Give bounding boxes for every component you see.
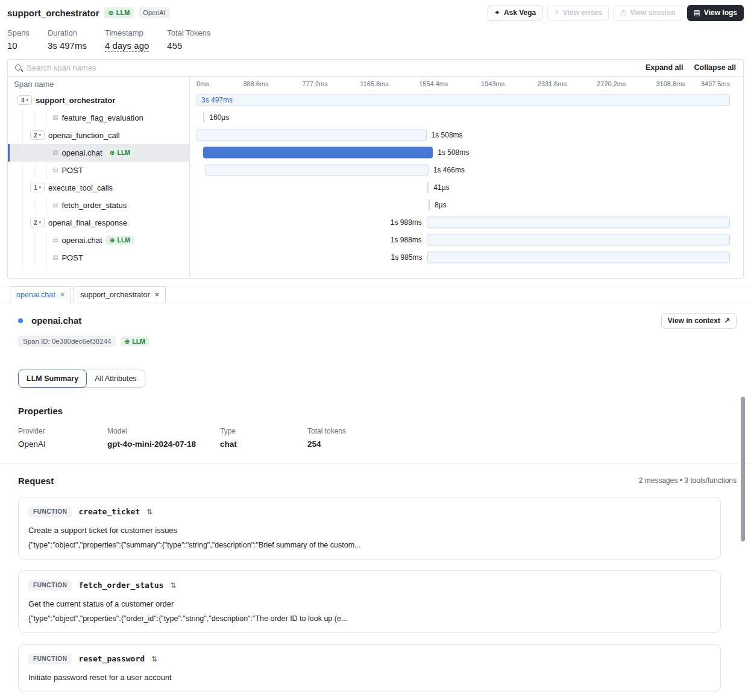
- span-row-post[interactable]: ▤POST1s 466ms: [8, 162, 743, 179]
- tab-close-icon[interactable]: ×: [60, 290, 65, 299]
- span-row-openai-function-call[interactable]: 2 ▾openai_function_call1s 508ms: [8, 127, 743, 144]
- span-name-cell: 2 ▾openai_final_response: [8, 214, 189, 232]
- span-row-openai-chat[interactable]: ▤openai.chat⊕LLM1s 988ms: [8, 232, 743, 249]
- duration-bar[interactable]: [427, 217, 730, 229]
- view-session-button[interactable]: ◷View session: [614, 5, 682, 21]
- column-divider: [189, 77, 190, 278]
- duration-bar[interactable]: [427, 252, 730, 263]
- duration-bar[interactable]: [196, 130, 427, 141]
- llm-badge-label: LLM: [116, 9, 130, 17]
- function-card-reset-password: FUNCTIONreset_password⇅Initiate password…: [18, 644, 721, 692]
- duration-bar[interactable]: [429, 200, 430, 211]
- span-timeline-cell: 1s 466ms: [196, 162, 730, 179]
- function-card-fetch-order-status: FUNCTIONfetch_order_status⇅Get the curre…: [18, 570, 721, 633]
- duration-label: 1s 508ms: [432, 131, 463, 139]
- duration-bar[interactable]: [203, 147, 433, 159]
- duration-label: 1s 988ms: [391, 218, 422, 227]
- span-detail-title: openai.chat: [31, 315, 661, 326]
- function-description: Initiate password reset for a user accou…: [28, 673, 711, 682]
- timeline-tick: 2331.6ms: [538, 80, 567, 87]
- timeline-tick: 3497.5ms: [701, 80, 730, 87]
- ask-vega-button[interactable]: ✦Ask Vega: [488, 5, 542, 21]
- span-row-support-orchestrator[interactable]: 4 ▾support_orchestrator3s 497ms: [8, 92, 743, 109]
- llm-badge: ⊕LLM: [104, 7, 134, 18]
- duration-bar[interactable]: [196, 95, 730, 106]
- view-in-context-label: View in context: [668, 317, 720, 325]
- span-row-openai-chat[interactable]: ▤openai.chat⊕LLM1s 508ms: [8, 144, 743, 162]
- tab-openai-chat[interactable]: openai.chat×: [10, 286, 71, 303]
- expand-icon[interactable]: ⇅: [146, 508, 152, 516]
- ask-vega-label: Ask Vega: [504, 8, 536, 18]
- scrollbar-thumb[interactable]: [741, 397, 745, 541]
- tree-guide-line: [22, 197, 23, 214]
- span-name: feature_flag_evaluation: [61, 113, 143, 122]
- span-row-openai-final-response[interactable]: 2 ▾openai_final_response1s 988ms: [8, 214, 743, 232]
- stat-value: 10: [7, 40, 30, 51]
- span-row-execute-tool-calls[interactable]: 1 ▾execute_tool_calls41µs: [8, 179, 743, 197]
- duration-bar[interactable]: [427, 182, 429, 194]
- stat-value: 3s 497ms: [48, 40, 87, 51]
- expand-icon[interactable]: ⇅: [170, 581, 176, 590]
- span-name: POST: [61, 166, 83, 175]
- tab-support-orchestrator[interactable]: support_orchestrator×: [74, 286, 166, 303]
- property-type: Typechat: [220, 427, 307, 449]
- span-name-cell: 1 ▾execute_tool_calls: [8, 179, 189, 197]
- stat-label: Spans: [7, 28, 30, 37]
- span-id-chip: Span ID: 0e380dec6ef38244: [18, 336, 116, 347]
- search-span-input[interactable]: [27, 63, 635, 72]
- chip-icon: ⊕: [110, 149, 115, 157]
- chip-icon: ⊕: [124, 338, 130, 345]
- tree-guide-line: [34, 232, 35, 249]
- span-row-fetch-order-status[interactable]: ▤fetch_order_status8µs: [8, 197, 743, 214]
- span-row-post[interactable]: ▤POST1s 985ms: [8, 249, 743, 266]
- timeline-tick: 3108.8ms: [656, 80, 685, 87]
- property-value: OpenAI: [18, 440, 107, 449]
- chevron-down-icon: ▾: [39, 220, 42, 225]
- span-detail-panel: openai.chat View in context↗ Span ID: 0e…: [0, 303, 751, 692]
- llm-badge-label: LLM: [118, 236, 131, 244]
- span-timeline-cell: 1s 988ms: [196, 214, 730, 232]
- expand-toggle[interactable]: 2 ▾: [30, 130, 45, 140]
- expand-toggle[interactable]: 4 ▾: [17, 95, 32, 105]
- chip-icon: ⊕: [108, 9, 114, 17]
- tree-guide-line: [22, 249, 23, 266]
- stat-value: 4 days ago: [105, 40, 149, 51]
- tree-guide-line: [34, 109, 35, 127]
- tab-llm-summary[interactable]: LLM Summary: [18, 370, 87, 388]
- span-name: openai.chat: [61, 236, 102, 245]
- llm-badge: ⊕LLM: [106, 148, 134, 158]
- trace-toolbar: Expand all Collapse all: [8, 60, 743, 77]
- trace-stats: Spans10Duration3s 497msTimestamp4 days a…: [0, 24, 751, 51]
- view-errors-button[interactable]: ⚡View errors: [547, 5, 609, 21]
- expand-all-link[interactable]: Expand all: [646, 63, 683, 72]
- duration-bar[interactable]: [205, 165, 429, 176]
- tree-guide-line: [46, 144, 47, 162]
- function-name: fetch_order_status: [78, 581, 163, 590]
- span-leaf-icon: ▤: [52, 237, 58, 243]
- span-name: openai_final_response: [48, 218, 127, 227]
- expand-icon[interactable]: ⇅: [151, 655, 157, 663]
- tab-all-attributes[interactable]: All Attributes: [83, 370, 145, 388]
- span-row-feature-flag-evaluation[interactable]: ▤feature_flag_evaluation160µs: [8, 109, 743, 127]
- expand-toggle[interactable]: 1 ▾: [30, 183, 45, 192]
- duration-bar[interactable]: [203, 112, 204, 124]
- view-in-context-button[interactable]: View in context↗: [661, 313, 737, 329]
- span-name-cell: 4 ▾support_orchestrator: [8, 92, 189, 109]
- stat-label: Timestamp: [105, 28, 149, 37]
- span-name-cell: ▤openai.chat⊕LLM: [8, 144, 189, 162]
- function-name: reset_password: [78, 654, 145, 663]
- property-label: Type: [220, 427, 307, 435]
- property-value: chat: [220, 440, 307, 449]
- duration-bar[interactable]: [427, 235, 730, 246]
- span-name-cell: ▤POST: [8, 162, 189, 179]
- duration-label: 3s 497ms: [201, 96, 233, 104]
- span-name: support_orchestrator: [36, 96, 115, 105]
- collapse-all-link[interactable]: Collapse all: [694, 63, 736, 72]
- timeline-tick: 777.2ms: [303, 80, 328, 87]
- tab-close-icon[interactable]: ×: [155, 290, 160, 299]
- stat-total-tokens: Total Tokens455: [167, 28, 210, 51]
- timeline-tick: 388.6ms: [243, 80, 268, 87]
- span-timeline-cell: 1s 985ms: [196, 249, 730, 266]
- view-logs-button[interactable]: ▤View logs: [687, 5, 744, 21]
- expand-toggle[interactable]: 2 ▾: [30, 218, 45, 227]
